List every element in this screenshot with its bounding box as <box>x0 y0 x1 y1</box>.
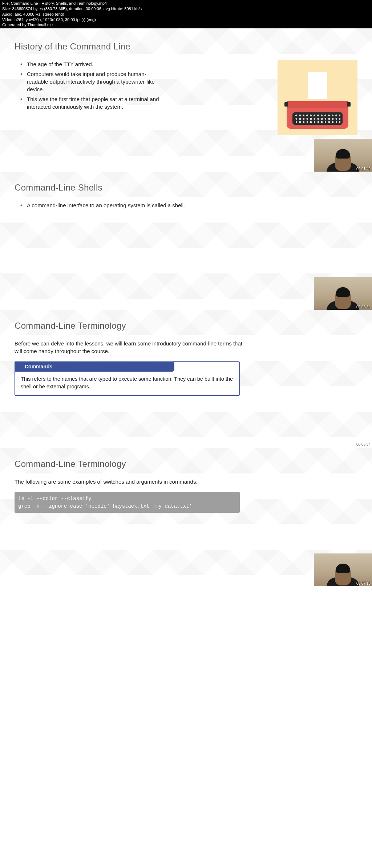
meta-video-value: h264, yuv420p, 1920x1080, 30.00 fps(r) (… <box>15 17 96 22</box>
speaker-webcam-overlay: 00:01:49 <box>314 139 372 172</box>
slide-title: Command-Line Terminology <box>15 459 357 469</box>
timestamp: 00:01:49 <box>356 167 371 171</box>
timestamp: 00:05:34 <box>356 443 371 447</box>
typewriter-roller <box>287 101 348 108</box>
meta-size-label: Size: <box>2 7 11 11</box>
meta-video-label: Video: <box>2 17 13 22</box>
intro-text: The following are some examples of switc… <box>15 478 247 485</box>
meta-file-label: File: <box>2 1 10 5</box>
definition-box: Commands This refers to the names that a… <box>15 361 240 396</box>
bullet-item: This was the first time that people sat … <box>20 95 160 111</box>
slide-title: Command-Line Terminology <box>15 321 357 331</box>
speaker-webcam-overlay: 00:07:16 <box>314 553 372 586</box>
definition-label: Commands <box>15 361 174 372</box>
video-metadata-header: File: Command Line - History, Shells, an… <box>0 0 372 28</box>
bullet-list: A command-line interface to an operating… <box>15 201 240 209</box>
bullet-item: A command-line interface to an operating… <box>20 201 240 209</box>
slide-title: Command-Line Shells <box>15 183 357 193</box>
paper-icon <box>308 72 327 99</box>
meta-file-line: File: Command Line - History, Shells, an… <box>2 1 370 6</box>
bullet-list: The age of the TTY arrived. Computers wo… <box>15 60 160 111</box>
meta-audio-label: Audio: <box>2 12 13 16</box>
thumbnail-slide-3: Command-Line Terminology Before we can d… <box>0 310 372 448</box>
thumbnail-slide-2: Command-Line Shells A command-line inter… <box>0 172 372 310</box>
typewriter-keys <box>292 112 343 125</box>
meta-file-value: Command Line - History, Shells, and Term… <box>11 1 107 5</box>
bullet-item: Computers would take input and produce h… <box>20 70 160 93</box>
bullet-item: The age of the TTY arrived. <box>20 60 160 68</box>
speaker-webcam-overlay: 00:03:38 <box>314 277 372 310</box>
thumbnail-slide-1: History of the Command Line The age of t… <box>0 28 372 172</box>
intro-text: Before we can delve into the lessons, we… <box>15 340 247 355</box>
thumbnail-slide-4: Command-Line Terminology The following a… <box>0 448 372 586</box>
meta-size-value: 346800574 bytes (330.73 MiB), duration: … <box>12 7 142 11</box>
typewriter-illustration <box>278 60 357 135</box>
timestamp: 00:03:38 <box>356 305 371 309</box>
timestamp: 00:07:16 <box>356 581 371 585</box>
meta-audio-value: aac, 48000 Hz, stereo (eng) <box>15 12 64 16</box>
meta-generator-line: Generated by Thumbnail me <box>2 22 370 28</box>
definition-body: This refers to the names that are typed … <box>15 372 239 395</box>
meta-audio-line: Audio: aac, 48000 Hz, stereo (eng) <box>2 12 370 17</box>
meta-video-line: Video: h264, yuv420p, 1920x1080, 30.00 f… <box>2 17 370 23</box>
slide-title: History of the Command Line <box>15 41 357 52</box>
code-example: ls -l --color --classify grep -n --ignor… <box>15 492 240 513</box>
meta-size-line: Size: 346800574 bytes (330.73 MiB), dura… <box>2 6 370 12</box>
